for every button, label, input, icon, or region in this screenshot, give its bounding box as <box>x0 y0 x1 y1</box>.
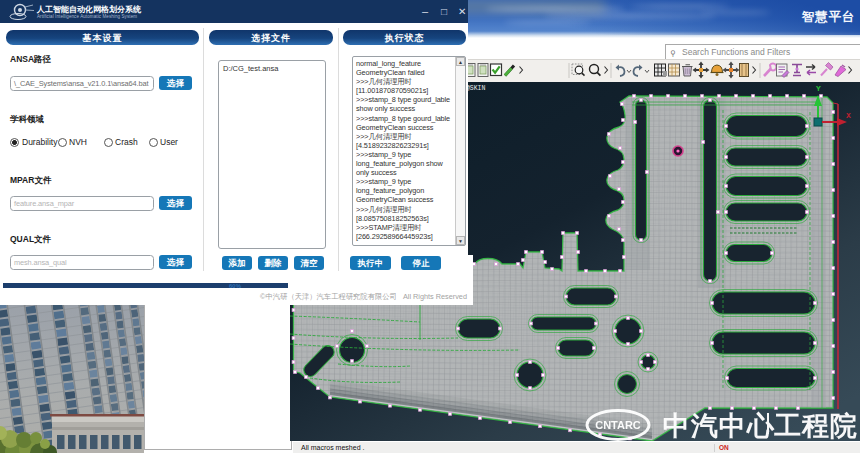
svg-text:CNTARC: CNTARC <box>595 419 641 431</box>
svg-text:X: X <box>846 111 851 120</box>
svg-text:工程院: 工程院 <box>774 411 858 441</box>
svg-text:Y: Y <box>816 84 821 93</box>
svg-text:中汽中心: 中汽中心 <box>663 411 775 441</box>
